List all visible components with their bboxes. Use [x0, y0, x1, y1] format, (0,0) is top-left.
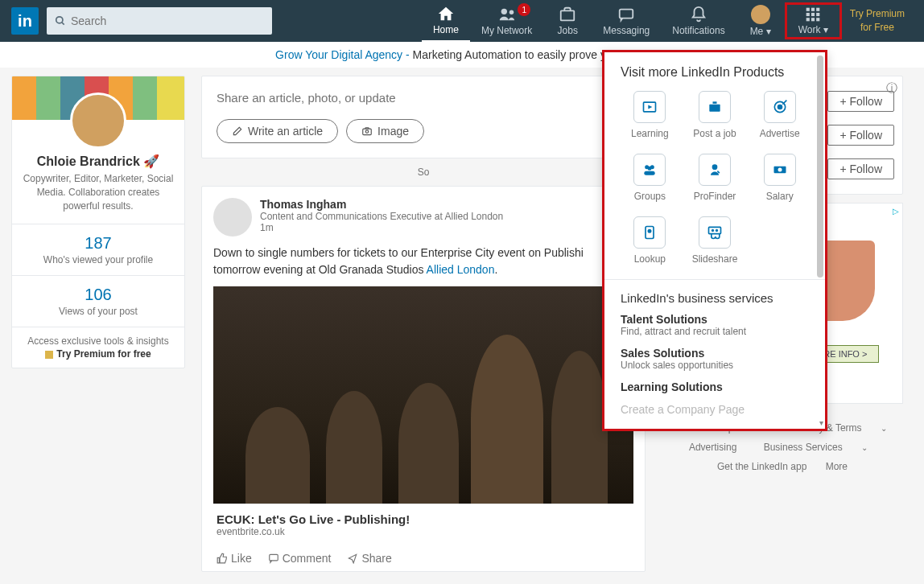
like-button[interactable]: Like [217, 552, 252, 565]
work-product-advertise[interactable]: Advertise [750, 91, 809, 139]
profile-desc: Copywriter, Editor, Marketer, Social Med… [22, 172, 175, 212]
footer-advertising[interactable]: Advertising [689, 442, 736, 453]
nav-messaging-label: Messaging [603, 25, 650, 36]
info-icon[interactable]: ⓘ [886, 81, 897, 96]
svg-rect-32 [708, 227, 720, 233]
svg-rect-7 [811, 8, 815, 11]
like-icon [217, 553, 228, 564]
search-icon [55, 15, 66, 27]
stat-label: Views of your post [12, 306, 184, 317]
write-article-label: Write an article [248, 125, 323, 138]
nav-messaging[interactable]: Messaging [592, 0, 661, 42]
sort-row[interactable]: So [201, 158, 646, 186]
search-input[interactable] [71, 14, 264, 27]
work-service-title: Talent Solutions [621, 313, 809, 326]
nav-home[interactable]: Home [422, 0, 470, 42]
svg-rect-4 [561, 10, 575, 20]
adchoices-icon[interactable]: ▷ [893, 207, 899, 216]
work-product-lookup[interactable]: Lookup [621, 216, 679, 265]
salary-icon [772, 162, 788, 178]
profile-avatar[interactable] [70, 93, 126, 149]
work-service-talent[interactable]: Talent Solutions Find, attract and recru… [621, 313, 809, 337]
work-product-label: ProFinder [694, 191, 736, 202]
follow-button[interactable]: Follow [827, 125, 894, 146]
nav-items: Home 1 My Network Jobs Messaging Notific… [422, 0, 913, 42]
nav-jobs-label: Jobs [558, 25, 578, 36]
image-label: Image [377, 125, 409, 138]
work-product-label: Lookup [634, 253, 666, 265]
svg-point-16 [365, 130, 369, 134]
nav-network-label: My Network [481, 25, 532, 36]
nav-premium[interactable]: Try Premium for Free [842, 0, 913, 42]
premium-icon [45, 351, 53, 359]
share-button[interactable]: Share [347, 552, 391, 565]
post-body: Down to single numbers for tickets to ou… [213, 245, 633, 278]
footer-more[interactable]: More [826, 461, 848, 472]
work-product-learning[interactable]: Learning [621, 91, 679, 139]
work-dropdown-panel: Visit more LinkedIn Products Learning Po… [602, 50, 827, 431]
work-product-label: Groups [634, 191, 666, 202]
nav-work[interactable]: Work ▾ [785, 2, 842, 39]
nav-work-label: Work ▾ [798, 24, 828, 35]
work-product-postjob[interactable]: Post a job [686, 91, 745, 139]
svg-point-29 [778, 168, 782, 172]
svg-point-25 [648, 167, 652, 171]
nav-jobs[interactable]: Jobs [543, 0, 592, 42]
work-product-salary[interactable]: Salary [750, 154, 809, 202]
post-link-card[interactable]: ECUK: Let's Go Live - Publishing! eventb… [213, 504, 633, 545]
home-icon [437, 5, 455, 23]
slideshare-icon [707, 224, 723, 241]
nav-notifications-label: Notifications [672, 25, 724, 36]
work-product-profinder[interactable]: ProFinder [686, 154, 745, 202]
svg-rect-26 [645, 171, 655, 175]
svg-rect-5 [620, 10, 633, 19]
work-service-learning[interactable]: Learning Solutions [621, 380, 809, 393]
work-product-label: Salary [766, 191, 794, 202]
svg-point-0 [56, 17, 63, 23]
svg-rect-11 [816, 13, 819, 16]
profile-premium-cta[interactable]: Access exclusive tools & insights Try Pr… [12, 327, 184, 368]
profile-footer-text: Access exclusive tools & insights [27, 335, 168, 347]
profile-name[interactable]: Chloie Brandrick 🚀 [22, 154, 175, 169]
linkedin-logo[interactable]: in [11, 7, 39, 35]
stat-label: Who's viewed your profile [12, 254, 184, 265]
follow-button[interactable]: Follow [827, 91, 894, 112]
image-button[interactable]: Image [346, 119, 424, 143]
stat-profile-views[interactable]: 187 Who's viewed your profile [12, 224, 184, 275]
nav-me[interactable]: Me ▾ [736, 0, 785, 42]
footer-getapp[interactable]: Get the LinkedIn app [717, 461, 806, 472]
sponsor-link[interactable]: Grow Your Digital Agency - [275, 48, 412, 61]
svg-rect-17 [269, 554, 278, 561]
nav-notifications[interactable]: Notifications [661, 0, 736, 42]
stat-post-views[interactable]: 106 Views of your post [12, 275, 184, 327]
search-box[interactable] [47, 7, 272, 35]
svg-rect-19 [709, 105, 720, 112]
work-create-company[interactable]: Create a Company Page [621, 403, 809, 416]
top-navbar: in Home 1 My Network Jobs Messaging Noti… [0, 0, 924, 42]
post-author[interactable]: Thomas Ingham [260, 198, 503, 211]
work-service-desc: Unlock sales opportunities [621, 360, 809, 371]
footer-business[interactable]: Business Services ⌄ [756, 442, 876, 453]
share-box: Share an article, photo, or update Write… [201, 76, 646, 158]
panel-scrollbar[interactable] [817, 56, 823, 426]
write-article-button[interactable]: Write an article [217, 119, 338, 143]
work-service-sales[interactable]: Sales Solutions Unlock sales opportuniti… [621, 347, 809, 371]
profile-footer-cta: Try Premium for free [56, 348, 151, 360]
share-input[interactable]: Share an article, photo, or update [217, 91, 630, 105]
stat-num: 187 [12, 234, 184, 253]
feed-post: Thomas Ingham Content and Communications… [201, 186, 646, 572]
lookup-icon [641, 224, 658, 241]
work-product-groups[interactable]: Groups [621, 154, 679, 202]
follow-button[interactable]: Follow [827, 158, 894, 179]
post-avatar[interactable] [213, 198, 252, 236]
network-icon [498, 6, 516, 23]
comment-button[interactable]: Comment [268, 552, 332, 565]
post-body-link[interactable]: Allied London [427, 263, 495, 276]
grid-icon [805, 6, 821, 23]
nav-network[interactable]: 1 My Network [470, 0, 543, 42]
work-product-slideshare[interactable]: Slideshare [686, 216, 745, 265]
post-image[interactable] [213, 286, 633, 504]
svg-point-22 [778, 105, 782, 109]
svg-line-1 [62, 23, 64, 25]
stat-num: 106 [12, 286, 184, 304]
